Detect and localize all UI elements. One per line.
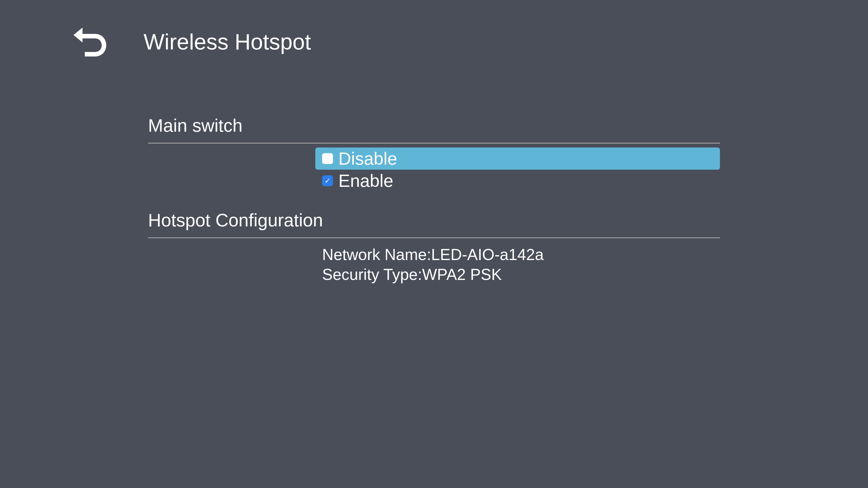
network-name-label: Network Name: (322, 246, 431, 263)
enable-option[interactable]: ✓ Enable (315, 170, 720, 192)
enable-label: Enable (338, 170, 393, 191)
network-name-value: LED-AIO-a142a (431, 246, 544, 263)
main-switch-options: Disable ✓ Enable (315, 148, 720, 192)
checkmark-icon: ✓ (324, 176, 331, 185)
page-title: Wireless Hotspot (144, 29, 311, 55)
hotspot-config-info: Network Name:LED-AIO-a142a Security Type… (322, 245, 720, 285)
header: Wireless Hotspot (0, 0, 868, 57)
security-type-value: WPA2 PSK (422, 266, 502, 283)
enable-checkbox[interactable]: ✓ (322, 175, 333, 186)
disable-label: Disable (338, 149, 397, 169)
security-type-label: Security Type: (322, 266, 422, 283)
back-icon[interactable] (72, 27, 106, 57)
hotspot-config-header: Hotspot Configuration (148, 210, 720, 238)
disable-checkbox[interactable] (322, 153, 333, 164)
security-type-row: Security Type:WPA2 PSK (322, 265, 720, 285)
disable-option[interactable]: Disable (315, 148, 720, 170)
main-switch-header: Main switch (148, 115, 720, 143)
network-name-row: Network Name:LED-AIO-a142a (322, 245, 720, 265)
content: Main switch Disable ✓ Enable Hotspot Con… (0, 115, 868, 285)
